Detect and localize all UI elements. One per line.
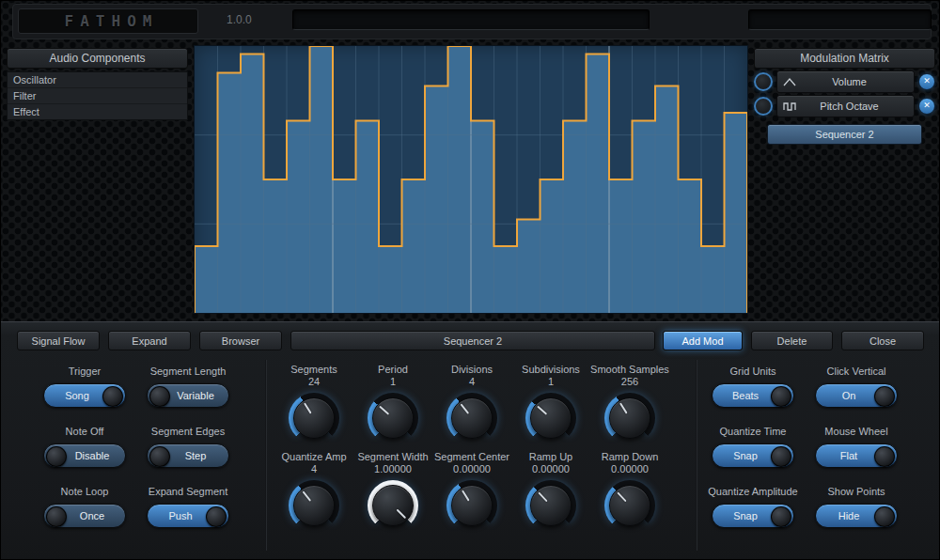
segment-length-toggle[interactable]: Variable <box>147 383 229 408</box>
sequencer-display[interactable] <box>194 45 748 314</box>
knob-pointer <box>303 490 312 501</box>
ramp-up-knob[interactable] <box>525 480 576 531</box>
knob-row-2: Quantize Amp 4 Segment Width 1.00000 Seg… <box>274 449 669 531</box>
mouse-wheel-toggle[interactable]: Flat <box>815 443 898 468</box>
logo-text: FATHOM <box>58 12 159 30</box>
quantize-amp-control: Quantize Amp 4 <box>274 449 353 531</box>
knob-pointer <box>304 402 312 413</box>
toggle-knob <box>102 386 123 407</box>
period-control: Period 1 <box>353 362 432 443</box>
mod-target-label: Pitch Octave <box>800 101 914 112</box>
smooth-samples-knob[interactable] <box>604 393 655 443</box>
quantize-amp-knob[interactable] <box>289 480 339 531</box>
knob-pointer <box>462 490 470 501</box>
mouse-wheel-control: Mouse Wheel Flat <box>805 422 908 482</box>
right-toggle-grid: Grid Units Beats Click Vertical On Quant… <box>701 362 908 542</box>
list-item-filter[interactable]: Filter <box>8 88 187 104</box>
note-loop-control: Note Loop Once <box>33 482 136 542</box>
segments-control: Segments 24 <box>274 362 353 443</box>
quantize-amplitude-control: Quantize Amplitude Snap <box>701 482 805 542</box>
panel-divider <box>696 360 697 551</box>
trigger-toggle[interactable]: Song <box>43 383 126 408</box>
close-icon[interactable]: ✕ <box>918 98 935 115</box>
mod-target-label: Volume <box>800 76 914 87</box>
preset-name-field[interactable] <box>292 9 650 30</box>
knob-row-1: Segments 24 Period 1 Divisions 4 Subdivi… <box>274 362 669 443</box>
audio-components-header: Audio Components <box>7 48 188 69</box>
mod-enable-button[interactable] <box>754 97 773 116</box>
mod-source-button[interactable]: Sequencer 2 <box>767 124 922 145</box>
quantize-time-control: Quantize Time Snap <box>701 422 805 482</box>
list-item-effect[interactable]: Effect <box>8 104 187 119</box>
knob-pointer <box>379 406 389 415</box>
mod-enable-button[interactable] <box>754 72 773 91</box>
mod-target-button-pitch-octave[interactable]: Pitch Octave <box>776 95 915 117</box>
expand-segment-control: Expand Segment Push <box>136 482 240 542</box>
list-item-oscillator[interactable]: Oscillator <box>8 72 187 88</box>
divisions-control: Divisions 4 <box>432 362 511 443</box>
version-label: 1.0.0 <box>227 13 252 26</box>
close-button[interactable]: Close <box>841 331 924 350</box>
segment-center-knob[interactable] <box>446 480 497 531</box>
knob-pointer <box>619 402 628 413</box>
fathom-plugin-window: FATHOM 1.0.0 Audio Components Oscillator… <box>0 0 940 560</box>
toggle-knob <box>771 506 791 527</box>
segments-knob[interactable] <box>289 393 339 443</box>
left-toggle-grid: Trigger Song Segment Length Variable Not… <box>33 362 240 542</box>
segment-length-control: Segment Length Variable <box>136 362 240 422</box>
toggle-knob <box>149 446 170 467</box>
divisions-knob[interactable] <box>446 393 497 443</box>
smooth-samples-control: Smooth Samples 256 <box>590 362 669 443</box>
close-icon[interactable]: ✕ <box>918 73 935 90</box>
logo: FATHOM <box>18 8 198 34</box>
toggle-knob <box>874 506 895 527</box>
modulation-matrix-panel: Modulation Matrix Volume ✕ Pitch Octave … <box>754 48 935 145</box>
grid-units-toggle[interactable]: Beats <box>712 383 794 408</box>
show-points-control: Show Points Hide <box>805 482 908 542</box>
toggle-knob <box>771 386 791 407</box>
audio-components-list: Oscillator Filter Effect <box>7 71 188 120</box>
mod-slot-volume: Volume ✕ <box>754 70 935 93</box>
toggle-knob <box>46 506 67 527</box>
knob-pointer <box>538 491 547 502</box>
add-mod-button[interactable]: Add Mod <box>663 331 743 350</box>
toggle-knob <box>771 446 791 467</box>
note-loop-toggle[interactable]: Once <box>43 504 126 528</box>
sequencer-waveform[interactable] <box>195 46 747 313</box>
knob-pointer <box>397 509 407 520</box>
current-module-button[interactable]: Sequencer 2 <box>290 331 655 350</box>
toggle-knob <box>206 506 227 527</box>
period-knob[interactable] <box>368 393 418 443</box>
segment-center-control: Segment Center 0.00000 <box>432 449 511 531</box>
expand-segment-toggle[interactable]: Push <box>147 504 229 528</box>
note-off-toggle[interactable]: Disable <box>43 443 126 468</box>
triangle-wave-icon <box>783 76 800 87</box>
click-vertical-control: Click Vertical On <box>805 362 908 422</box>
step-wave-icon <box>783 101 800 112</box>
show-points-toggle[interactable]: Hide <box>815 504 898 528</box>
knob-pointer <box>461 403 470 413</box>
browser-button[interactable]: Browser <box>199 331 282 350</box>
status-field[interactable] <box>748 9 932 30</box>
segment-edges-control: Segment Edges Step <box>136 422 240 482</box>
audio-components-panel: Audio Components Oscillator Filter Effec… <box>7 48 188 120</box>
modulation-matrix-header: Modulation Matrix <box>754 48 935 69</box>
delete-button[interactable]: Delete <box>751 331 833 350</box>
mod-target-button-volume[interactable]: Volume <box>776 70 915 93</box>
grid-units-control: Grid Units Beats <box>701 362 805 422</box>
ramp-down-knob[interactable] <box>604 480 655 531</box>
subdivisions-control: Subdivisions 1 <box>511 362 590 443</box>
signal-flow-button[interactable]: Signal Flow <box>17 331 100 350</box>
click-vertical-toggle[interactable]: On <box>815 383 898 408</box>
quantize-time-toggle[interactable]: Snap <box>712 443 794 468</box>
mod-slot-pitch-octave: Pitch Octave ✕ <box>754 95 935 117</box>
toggle-knob <box>149 386 170 407</box>
segment-width-knob[interactable] <box>368 480 418 531</box>
subdivisions-knob[interactable] <box>525 393 576 443</box>
segment-edges-toggle[interactable]: Step <box>147 443 229 468</box>
quantize-amplitude-toggle[interactable]: Snap <box>712 504 794 528</box>
trigger-control: Trigger Song <box>33 362 136 422</box>
panel-divider <box>265 360 267 551</box>
expand-button[interactable]: Expand <box>108 331 191 350</box>
segment-width-control: Segment Width 1.00000 <box>353 449 432 531</box>
